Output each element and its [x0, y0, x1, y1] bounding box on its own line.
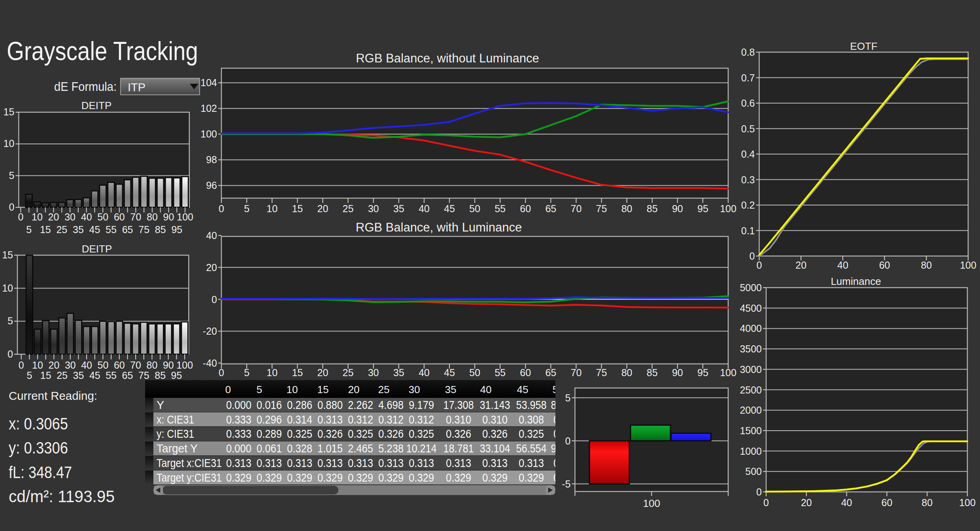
svg-text:0.308: 0.308: [519, 413, 544, 426]
svg-text:0.1: 0.1: [741, 225, 755, 236]
svg-text:5: 5: [9, 170, 14, 181]
svg-text:70: 70: [570, 203, 582, 214]
svg-text:80: 80: [147, 211, 158, 222]
svg-text:53.958: 53.958: [516, 399, 547, 411]
svg-text:30: 30: [64, 211, 76, 222]
svg-text:33.104: 33.104: [480, 442, 510, 455]
svg-text:30: 30: [368, 367, 379, 378]
svg-text:60: 60: [520, 367, 531, 378]
svg-text:0: 0: [219, 203, 224, 214]
svg-text:85: 85: [155, 370, 166, 381]
svg-text:0.329: 0.329: [287, 471, 312, 484]
svg-text:1000: 1000: [740, 446, 762, 457]
svg-text:5: 5: [8, 315, 13, 326]
svg-text:5: 5: [26, 370, 32, 381]
svg-text:Luminance: Luminance: [831, 275, 881, 287]
svg-text:50: 50: [97, 360, 108, 371]
svg-text:31.143: 31.143: [480, 399, 510, 411]
svg-text:Current Reading:: Current Reading:: [9, 389, 97, 402]
svg-text:0.061: 0.061: [257, 442, 282, 455]
svg-text:0.326: 0.326: [378, 427, 404, 440]
svg-text:0: 0: [225, 384, 231, 395]
svg-text:0.329: 0.329: [226, 471, 251, 484]
svg-text:0.329: 0.329: [378, 471, 404, 484]
svg-text:DEITP: DEITP: [82, 243, 112, 255]
svg-text:0.310: 0.310: [482, 413, 508, 426]
svg-text:20: 20: [48, 211, 59, 222]
svg-text:15: 15: [292, 367, 303, 378]
svg-text:x: 0.3065: x: 0.3065: [9, 414, 68, 433]
svg-text:40: 40: [841, 497, 852, 508]
svg-text:65: 65: [545, 367, 556, 378]
svg-text:25: 25: [343, 203, 354, 214]
svg-text:DEITP: DEITP: [81, 100, 112, 111]
svg-text:9.179: 9.179: [409, 399, 434, 411]
svg-text:0.313: 0.313: [409, 457, 434, 469]
svg-text:75: 75: [138, 224, 149, 235]
svg-text:0: 0: [757, 260, 762, 271]
svg-text:100: 100: [720, 367, 736, 378]
svg-text:65: 65: [122, 370, 133, 381]
svg-text:40: 40: [480, 384, 492, 395]
svg-text:60: 60: [879, 260, 890, 271]
svg-text:0.313: 0.313: [287, 457, 312, 469]
svg-text:0.313: 0.313: [348, 457, 373, 469]
svg-text:0.333: 0.333: [226, 427, 251, 440]
svg-text:fL: 348.47: fL: 348.47: [9, 463, 72, 482]
svg-text:15: 15: [4, 106, 15, 117]
svg-text:0.325: 0.325: [287, 427, 312, 440]
svg-text:25: 25: [343, 367, 354, 378]
svg-text:95: 95: [171, 224, 182, 235]
svg-text:0: 0: [19, 360, 24, 371]
svg-text:5: 5: [244, 203, 249, 214]
svg-text:x: CIE31: x: CIE31: [157, 413, 194, 426]
svg-text:35: 35: [73, 224, 84, 235]
svg-text:100: 100: [643, 497, 660, 509]
svg-text:1.015: 1.015: [317, 442, 343, 455]
svg-text:90: 90: [672, 203, 683, 214]
svg-text:100: 100: [720, 203, 736, 214]
svg-text:70: 70: [130, 211, 141, 222]
svg-text:55: 55: [106, 224, 117, 235]
svg-text:0.325: 0.325: [348, 427, 373, 440]
svg-text:0.329: 0.329: [317, 471, 343, 484]
svg-text:0: 0: [219, 367, 224, 378]
svg-text:0.3: 0.3: [741, 174, 755, 185]
svg-text:0: 0: [211, 294, 217, 305]
svg-text:RGB Balance, without Luminance: RGB Balance, without Luminance: [356, 51, 539, 65]
svg-text:20: 20: [317, 367, 328, 378]
svg-text:5: 5: [257, 384, 262, 395]
svg-text:0.313: 0.313: [482, 457, 508, 469]
svg-text:Target Y: Target Y: [157, 442, 198, 455]
svg-text:-5: -5: [562, 478, 570, 490]
svg-text:75: 75: [596, 203, 607, 214]
svg-text:98: 98: [206, 154, 217, 165]
svg-text:80: 80: [147, 360, 158, 371]
svg-text:0.000: 0.000: [226, 399, 251, 411]
svg-text:5000: 5000: [740, 282, 762, 293]
svg-text:0: 0: [8, 348, 13, 360]
svg-text:0.289: 0.289: [257, 427, 282, 440]
svg-text:75: 75: [596, 367, 607, 378]
svg-text:0.325: 0.325: [519, 427, 544, 440]
svg-text:0.328: 0.328: [287, 442, 312, 455]
svg-text:0: 0: [750, 250, 755, 262]
svg-text:45: 45: [517, 384, 529, 395]
svg-text:4000: 4000: [740, 323, 762, 334]
svg-text:0.329: 0.329: [257, 471, 282, 484]
svg-text:25: 25: [57, 370, 68, 381]
svg-text:y: 0.3306: y: 0.3306: [9, 439, 68, 457]
svg-text:0: 0: [763, 497, 769, 508]
svg-text:15: 15: [2, 249, 13, 260]
svg-text:dE Formula:: dE Formula:: [54, 79, 117, 94]
svg-text:0.312: 0.312: [348, 413, 373, 426]
svg-text:17.308: 17.308: [444, 399, 474, 411]
svg-text:50: 50: [469, 203, 480, 214]
svg-text:60: 60: [520, 203, 531, 214]
svg-text:80: 80: [921, 497, 933, 508]
svg-text:5: 5: [565, 392, 570, 403]
svg-text:40: 40: [206, 230, 217, 241]
svg-text:25: 25: [378, 384, 390, 395]
svg-text:10: 10: [266, 367, 278, 378]
svg-text:15: 15: [317, 384, 329, 395]
